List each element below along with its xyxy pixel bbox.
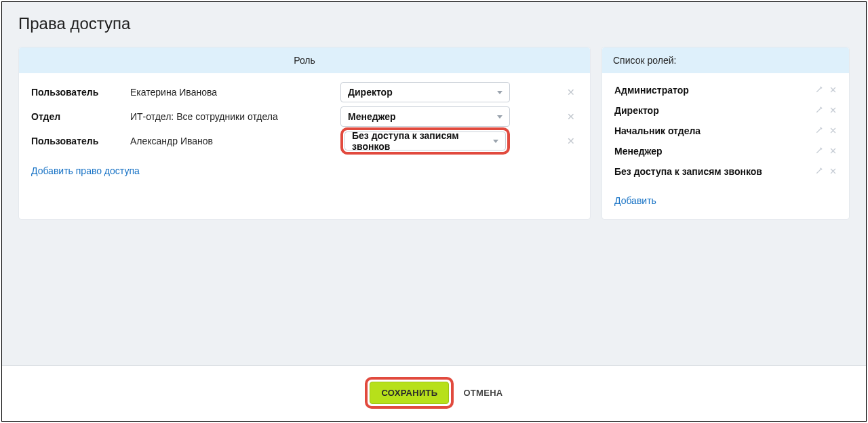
role-actions (815, 85, 837, 96)
role-name: Начальник отдела (614, 125, 701, 136)
access-row-remove-cell: ✕ (510, 87, 578, 98)
access-row: ПользовательЕкатерина ИвановаДиректор✕ (31, 80, 578, 104)
highlight-save: СОХРАНИТЬ (365, 377, 454, 409)
delete-icon[interactable] (829, 106, 837, 116)
access-row-type: Пользователь (31, 136, 130, 146)
chevron-down-icon (497, 91, 502, 94)
access-row-role-cell: Без доступа к записям звонков (340, 127, 510, 155)
access-row-remove-cell: ✕ (510, 111, 578, 122)
access-row-subject: ИТ-отдел: Все сотрудники отдела (130, 111, 340, 122)
access-rights-card: Роль ПользовательЕкатерина ИвановаДирект… (18, 47, 591, 220)
edit-icon[interactable] (815, 126, 823, 136)
edit-icon[interactable] (815, 85, 823, 96)
add-access-link[interactable]: Добавить право доступа (31, 165, 140, 176)
chevron-down-icon (493, 140, 498, 143)
highlight-role-select: Без доступа к записям звонков (340, 127, 510, 155)
footer: СОХРАНИТЬ ОТМЕНА (2, 365, 866, 421)
delete-icon[interactable] (829, 146, 837, 157)
access-row-role-cell: Менеджер (340, 106, 510, 127)
role-actions (815, 106, 837, 116)
page-title: Права доступа (18, 14, 850, 33)
cancel-button[interactable]: ОТМЕНА (463, 388, 502, 398)
side-card-header: Список ролей: (602, 47, 849, 73)
role-select-value: Директор (348, 87, 393, 98)
roles-list-card: Список ролей: АдминистраторДиректорНачал… (601, 47, 850, 220)
edit-icon[interactable] (815, 106, 823, 116)
role-list-item: Администратор (614, 80, 837, 100)
role-name: Без доступа к записям звонков (614, 166, 762, 177)
access-row-type: Пользователь (31, 87, 130, 98)
access-row-subject: Александр Иванов (130, 136, 340, 146)
role-list-item: Директор (614, 100, 837, 121)
role-select-value: Менеджер (348, 111, 396, 122)
remove-icon[interactable]: ✕ (567, 136, 575, 146)
role-select[interactable]: Директор (340, 82, 510, 102)
role-actions (815, 126, 837, 136)
access-row: ПользовательАлександр ИвановБез доступа … (31, 129, 578, 153)
role-list-item: Менеджер (614, 141, 837, 161)
access-row-subject: Екатерина Иванова (130, 87, 340, 98)
delete-icon[interactable] (829, 126, 837, 136)
chevron-down-icon (497, 115, 502, 119)
access-row: ОтделИТ-отдел: Все сотрудники отделаМене… (31, 104, 578, 129)
add-role-link[interactable]: Добавить (614, 195, 656, 206)
edit-icon[interactable] (815, 167, 823, 177)
role-select[interactable]: Менеджер (340, 106, 510, 127)
role-name: Менеджер (614, 146, 663, 157)
access-row-type: Отдел (31, 111, 130, 122)
access-row-role-cell: Директор (340, 82, 510, 102)
edit-icon[interactable] (815, 146, 823, 157)
role-list-item: Начальник отдела (614, 121, 837, 141)
delete-icon[interactable] (829, 85, 837, 96)
remove-icon[interactable]: ✕ (567, 111, 575, 122)
save-button[interactable]: СОХРАНИТЬ (370, 382, 449, 404)
role-select[interactable]: Без доступа к записям звонков (344, 132, 506, 150)
role-name: Директор (614, 105, 659, 116)
role-name: Администратор (614, 85, 689, 96)
access-row-remove-cell: ✕ (510, 136, 578, 146)
role-list-item: Без доступа к записям звонков (614, 161, 837, 182)
role-actions (815, 146, 837, 157)
role-actions (815, 167, 837, 177)
remove-icon[interactable]: ✕ (567, 87, 575, 98)
delete-icon[interactable] (829, 167, 837, 177)
role-select-value: Без доступа к записям звонков (352, 130, 493, 152)
main-card-header: Роль (19, 47, 590, 73)
